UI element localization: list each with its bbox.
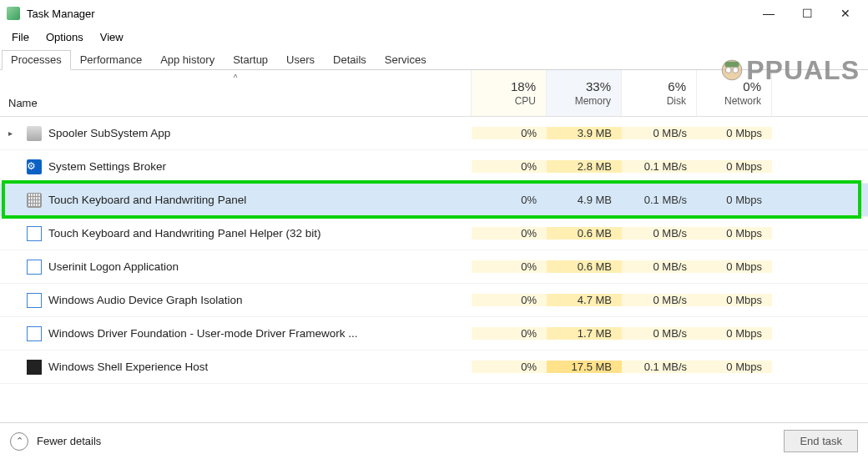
table-row[interactable]: ▸Userinit Logon Application0%0.6 MB0 MB/… <box>0 250 868 284</box>
minimize-button[interactable]: — <box>749 0 788 27</box>
memory-value: 1.7 MB <box>547 327 622 340</box>
process-name: System Settings Broker <box>48 160 166 173</box>
chevron-up-icon: ⌃ <box>10 432 28 451</box>
memory-usage-pct: 33% <box>586 79 611 93</box>
process-name-cell: ▸Spooler SubSystem App <box>0 126 472 141</box>
table-row[interactable]: ▸Spooler SubSystem App0%3.9 MB0 MB/s0 Mb… <box>0 117 868 150</box>
memory-value: 4.9 MB <box>547 194 622 206</box>
cpu-value: 0% <box>472 227 547 240</box>
table-header: ^ Name 18% CPU 33% Memory 6% Disk 0% Net… <box>0 70 868 117</box>
fewer-details-toggle[interactable]: ⌃ Fewer details <box>10 432 101 451</box>
process-name-cell: ▸Windows Driver Foundation - User-mode D… <box>0 326 472 341</box>
tab-startup[interactable]: Startup <box>224 50 277 69</box>
network-value: 0 Mbps <box>697 294 772 306</box>
memory-value: 4.7 MB <box>547 294 622 306</box>
column-header-disk[interactable]: 6% Disk <box>622 70 697 116</box>
process-name: Userinit Logon Application <box>48 260 179 273</box>
end-task-button[interactable]: End task <box>784 430 858 452</box>
network-usage-pct: 0% <box>743 79 761 93</box>
window-controls: — ☐ ✕ <box>749 0 865 27</box>
network-value: 0 Mbps <box>697 327 772 340</box>
tab-services[interactable]: Services <box>376 50 436 69</box>
column-header-memory[interactable]: 33% Memory <box>547 70 622 116</box>
table-row[interactable]: ▸Touch Keyboard and Handwriting Panel He… <box>0 217 868 250</box>
cpu-value: 0% <box>472 160 547 173</box>
process-name: Windows Shell Experience Host <box>48 361 208 373</box>
process-table: ^ Name 18% CPU 33% Memory 6% Disk 0% Net… <box>0 70 868 384</box>
table-row[interactable]: ▸Windows Driver Foundation - User-mode D… <box>0 317 868 351</box>
win-icon <box>27 260 42 275</box>
column-header-name-label: Name <box>8 97 471 109</box>
network-value: 0 Mbps <box>697 260 772 273</box>
cpu-value: 0% <box>472 361 547 373</box>
memory-value: 0.6 MB <box>547 227 622 240</box>
win-icon <box>27 326 42 341</box>
header-spacer <box>772 70 868 116</box>
disk-value: 0 MB/s <box>622 294 697 306</box>
memory-value: 0.6 MB <box>547 260 622 273</box>
sort-caret-icon: ^ <box>234 73 238 83</box>
menu-file[interactable]: File <box>5 29 36 45</box>
memory-value: 3.9 MB <box>547 127 622 139</box>
memory-value: 17.5 MB <box>547 361 622 373</box>
network-value: 0 Mbps <box>697 227 772 240</box>
tab-app-history[interactable]: App history <box>151 50 224 69</box>
disk-value: 0.1 MB/s <box>622 361 697 373</box>
maximize-button[interactable]: ☐ <box>788 0 826 27</box>
expand-chevron-icon[interactable]: ▸ <box>8 129 20 138</box>
close-button[interactable]: ✕ <box>826 0 865 27</box>
cpu-value: 0% <box>472 294 547 306</box>
titlebar: Task Manager — ☐ ✕ <box>0 0 868 27</box>
network-label: Network <box>724 95 761 107</box>
window-title: Task Manager <box>27 8 749 20</box>
win-icon <box>27 293 42 308</box>
network-value: 0 Mbps <box>697 160 772 173</box>
disk-value: 0.1 MB/s <box>622 194 697 206</box>
fewer-details-label: Fewer details <box>37 435 101 447</box>
cpu-value: 0% <box>472 260 547 273</box>
network-value: 0 Mbps <box>697 194 772 206</box>
cpu-value: 0% <box>472 327 547 340</box>
tabs: Processes Performance App history Startu… <box>0 48 868 70</box>
app-icon <box>7 7 20 20</box>
process-name: Spooler SubSystem App <box>48 127 170 139</box>
process-name: Windows Audio Device Graph Isolation <box>48 294 243 306</box>
process-name-cell: ▸Userinit Logon Application <box>0 260 472 275</box>
tab-details[interactable]: Details <box>324 50 376 69</box>
disk-label: Disk <box>667 95 686 107</box>
disk-usage-pct: 6% <box>668 79 686 93</box>
disk-value: 0 MB/s <box>622 260 697 273</box>
gear-icon <box>27 159 42 174</box>
win-icon <box>27 226 42 241</box>
printer-icon <box>27 126 42 141</box>
column-header-cpu[interactable]: 18% CPU <box>472 70 547 116</box>
table-row[interactable]: ▸System Settings Broker0%2.8 MB0.1 MB/s0… <box>0 150 868 184</box>
table-row[interactable]: ▸Touch Keyboard and Handwriting Panel0%4… <box>0 184 868 217</box>
tab-processes[interactable]: Processes <box>2 50 71 70</box>
disk-value: 0 MB/s <box>622 227 697 240</box>
column-header-network[interactable]: 0% Network <box>697 70 772 116</box>
tab-performance[interactable]: Performance <box>71 50 151 69</box>
cpu-usage-pct: 18% <box>511 79 536 93</box>
menubar: File Options View <box>0 27 868 47</box>
kbd-icon <box>27 193 42 208</box>
process-name-cell: ▸Windows Audio Device Graph Isolation <box>0 293 472 308</box>
tab-users[interactable]: Users <box>277 50 324 69</box>
process-name: Touch Keyboard and Handwriting Panel Hel… <box>48 227 320 240</box>
process-name-cell: ▸System Settings Broker <box>0 159 472 174</box>
table-row[interactable]: ▸Windows Audio Device Graph Isolation0%4… <box>0 284 868 317</box>
disk-value: 0 MB/s <box>622 327 697 340</box>
cpu-label: CPU <box>515 95 536 107</box>
process-name-cell: ▸Touch Keyboard and Handwriting Panel <box>0 193 472 208</box>
menu-options[interactable]: Options <box>39 29 90 45</box>
column-header-name[interactable]: ^ Name <box>0 70 472 116</box>
disk-value: 0 MB/s <box>622 127 697 139</box>
cpu-value: 0% <box>472 127 547 139</box>
menu-view[interactable]: View <box>93 29 130 45</box>
cpu-value: 0% <box>472 194 547 206</box>
memory-label: Memory <box>575 95 611 107</box>
memory-value: 2.8 MB <box>547 160 622 173</box>
footer: ⌃ Fewer details End task <box>0 422 868 459</box>
process-name-cell: ▸Touch Keyboard and Handwriting Panel He… <box>0 226 472 241</box>
table-row[interactable]: ▸Windows Shell Experience Host0%17.5 MB0… <box>0 351 868 384</box>
